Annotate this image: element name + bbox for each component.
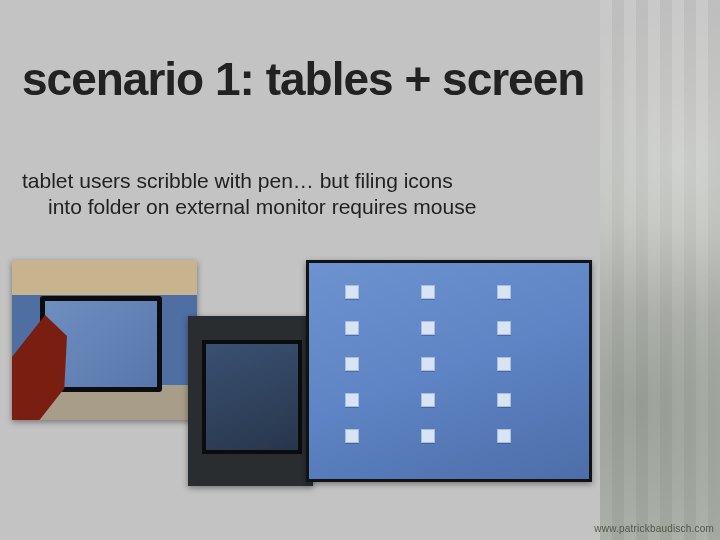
desktop-icon bbox=[421, 429, 435, 443]
desktop-icon bbox=[497, 393, 511, 407]
desktop-icon bbox=[345, 357, 359, 371]
desktop-icon bbox=[421, 357, 435, 371]
body-line-1: tablet users scribble with pen… but fili… bbox=[22, 169, 453, 192]
desktop-icon bbox=[345, 321, 359, 335]
slide-body-text: tablet users scribble with pen… but fili… bbox=[22, 168, 542, 221]
desktop-icon bbox=[421, 285, 435, 299]
desktop-icon bbox=[421, 321, 435, 335]
desktop-icon bbox=[497, 357, 511, 371]
desktop-icon bbox=[497, 285, 511, 299]
photo-tablet-user bbox=[12, 260, 197, 420]
desktop-icon bbox=[421, 393, 435, 407]
desktop-icon bbox=[345, 429, 359, 443]
photo-external-monitor bbox=[306, 260, 592, 482]
slide-title: scenario 1: tables + screen bbox=[22, 56, 584, 102]
desktop-icon bbox=[345, 285, 359, 299]
decorative-sidebar bbox=[600, 0, 720, 540]
body-line-2: into folder on external monitor requires… bbox=[22, 194, 542, 220]
footer-url: www.patrickbaudisch.com bbox=[594, 523, 714, 534]
desktop-icon bbox=[497, 429, 511, 443]
desktop-icon bbox=[497, 321, 511, 335]
photo-tablet-closeup bbox=[188, 316, 313, 486]
desktop-icon bbox=[345, 393, 359, 407]
photo-collage bbox=[12, 260, 592, 520]
